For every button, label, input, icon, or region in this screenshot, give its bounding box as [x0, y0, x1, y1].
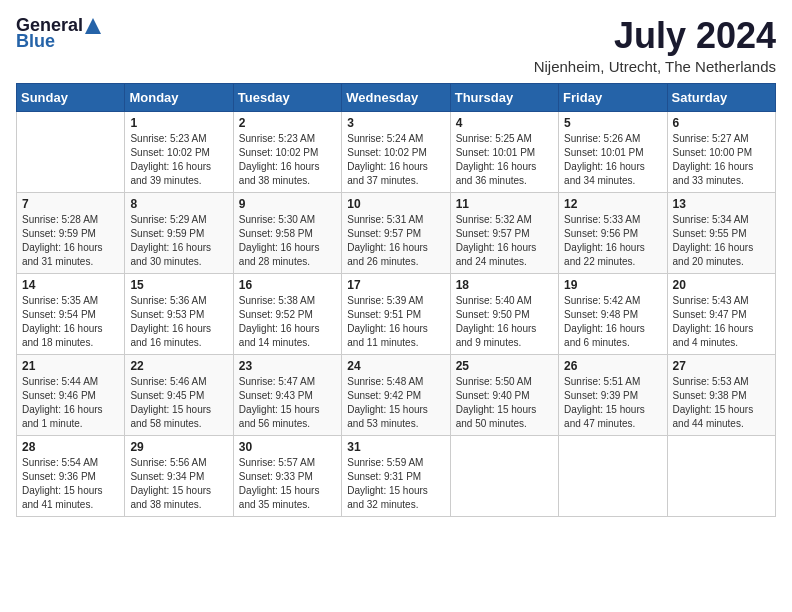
- calendar-cell: 24Sunrise: 5:48 AM Sunset: 9:42 PM Dayli…: [342, 354, 450, 435]
- calendar-cell: 11Sunrise: 5:32 AM Sunset: 9:57 PM Dayli…: [450, 192, 558, 273]
- day-info: Sunrise: 5:53 AM Sunset: 9:38 PM Dayligh…: [673, 375, 770, 431]
- day-info: Sunrise: 5:48 AM Sunset: 9:42 PM Dayligh…: [347, 375, 444, 431]
- day-info: Sunrise: 5:32 AM Sunset: 9:57 PM Dayligh…: [456, 213, 553, 269]
- calendar-week-row: 21Sunrise: 5:44 AM Sunset: 9:46 PM Dayli…: [17, 354, 776, 435]
- calendar-cell: 31Sunrise: 5:59 AM Sunset: 9:31 PM Dayli…: [342, 435, 450, 516]
- calendar-cell: 22Sunrise: 5:46 AM Sunset: 9:45 PM Dayli…: [125, 354, 233, 435]
- day-info: Sunrise: 5:43 AM Sunset: 9:47 PM Dayligh…: [673, 294, 770, 350]
- day-info: Sunrise: 5:24 AM Sunset: 10:02 PM Daylig…: [347, 132, 444, 188]
- day-number: 30: [239, 440, 336, 454]
- day-number: 18: [456, 278, 553, 292]
- calendar-day-header: Thursday: [450, 83, 558, 111]
- day-info: Sunrise: 5:40 AM Sunset: 9:50 PM Dayligh…: [456, 294, 553, 350]
- calendar-day-header: Friday: [559, 83, 667, 111]
- day-number: 5: [564, 116, 661, 130]
- calendar-cell: 1Sunrise: 5:23 AM Sunset: 10:02 PM Dayli…: [125, 111, 233, 192]
- calendar-cell: 12Sunrise: 5:33 AM Sunset: 9:56 PM Dayli…: [559, 192, 667, 273]
- day-info: Sunrise: 5:50 AM Sunset: 9:40 PM Dayligh…: [456, 375, 553, 431]
- day-info: Sunrise: 5:56 AM Sunset: 9:34 PM Dayligh…: [130, 456, 227, 512]
- day-number: 31: [347, 440, 444, 454]
- day-number: 29: [130, 440, 227, 454]
- day-number: 7: [22, 197, 119, 211]
- day-number: 1: [130, 116, 227, 130]
- calendar-cell: 14Sunrise: 5:35 AM Sunset: 9:54 PM Dayli…: [17, 273, 125, 354]
- day-info: Sunrise: 5:36 AM Sunset: 9:53 PM Dayligh…: [130, 294, 227, 350]
- day-info: Sunrise: 5:54 AM Sunset: 9:36 PM Dayligh…: [22, 456, 119, 512]
- day-number: 14: [22, 278, 119, 292]
- day-info: Sunrise: 5:34 AM Sunset: 9:55 PM Dayligh…: [673, 213, 770, 269]
- calendar-table: SundayMondayTuesdayWednesdayThursdayFrid…: [16, 83, 776, 517]
- day-info: Sunrise: 5:26 AM Sunset: 10:01 PM Daylig…: [564, 132, 661, 188]
- day-number: 25: [456, 359, 553, 373]
- calendar-cell: [559, 435, 667, 516]
- calendar-cell: 28Sunrise: 5:54 AM Sunset: 9:36 PM Dayli…: [17, 435, 125, 516]
- calendar-day-header: Sunday: [17, 83, 125, 111]
- calendar-day-header: Tuesday: [233, 83, 341, 111]
- day-info: Sunrise: 5:47 AM Sunset: 9:43 PM Dayligh…: [239, 375, 336, 431]
- day-number: 28: [22, 440, 119, 454]
- title-block: July 2024 Nijenheim, Utrecht, The Nether…: [534, 16, 776, 75]
- day-info: Sunrise: 5:59 AM Sunset: 9:31 PM Dayligh…: [347, 456, 444, 512]
- calendar-cell: 9Sunrise: 5:30 AM Sunset: 9:58 PM Daylig…: [233, 192, 341, 273]
- day-number: 8: [130, 197, 227, 211]
- day-info: Sunrise: 5:28 AM Sunset: 9:59 PM Dayligh…: [22, 213, 119, 269]
- svg-marker-0: [85, 18, 101, 34]
- day-number: 6: [673, 116, 770, 130]
- calendar-cell: 13Sunrise: 5:34 AM Sunset: 9:55 PM Dayli…: [667, 192, 775, 273]
- day-info: Sunrise: 5:46 AM Sunset: 9:45 PM Dayligh…: [130, 375, 227, 431]
- calendar-cell: 3Sunrise: 5:24 AM Sunset: 10:02 PM Dayli…: [342, 111, 450, 192]
- location-subtitle: Nijenheim, Utrecht, The Netherlands: [534, 58, 776, 75]
- calendar-cell: 19Sunrise: 5:42 AM Sunset: 9:48 PM Dayli…: [559, 273, 667, 354]
- day-info: Sunrise: 5:44 AM Sunset: 9:46 PM Dayligh…: [22, 375, 119, 431]
- calendar-cell: 23Sunrise: 5:47 AM Sunset: 9:43 PM Dayli…: [233, 354, 341, 435]
- day-number: 11: [456, 197, 553, 211]
- calendar-week-row: 7Sunrise: 5:28 AM Sunset: 9:59 PM Daylig…: [17, 192, 776, 273]
- calendar-week-row: 1Sunrise: 5:23 AM Sunset: 10:02 PM Dayli…: [17, 111, 776, 192]
- calendar-cell: [450, 435, 558, 516]
- day-info: Sunrise: 5:57 AM Sunset: 9:33 PM Dayligh…: [239, 456, 336, 512]
- calendar-day-header: Monday: [125, 83, 233, 111]
- calendar-day-header: Wednesday: [342, 83, 450, 111]
- calendar-cell: 20Sunrise: 5:43 AM Sunset: 9:47 PM Dayli…: [667, 273, 775, 354]
- day-info: Sunrise: 5:38 AM Sunset: 9:52 PM Dayligh…: [239, 294, 336, 350]
- day-number: 22: [130, 359, 227, 373]
- day-number: 26: [564, 359, 661, 373]
- day-info: Sunrise: 5:29 AM Sunset: 9:59 PM Dayligh…: [130, 213, 227, 269]
- day-info: Sunrise: 5:27 AM Sunset: 10:00 PM Daylig…: [673, 132, 770, 188]
- logo-text-blue: Blue: [16, 32, 55, 52]
- day-info: Sunrise: 5:33 AM Sunset: 9:56 PM Dayligh…: [564, 213, 661, 269]
- day-info: Sunrise: 5:42 AM Sunset: 9:48 PM Dayligh…: [564, 294, 661, 350]
- calendar-cell: 7Sunrise: 5:28 AM Sunset: 9:59 PM Daylig…: [17, 192, 125, 273]
- day-number: 23: [239, 359, 336, 373]
- day-number: 13: [673, 197, 770, 211]
- calendar-cell: 8Sunrise: 5:29 AM Sunset: 9:59 PM Daylig…: [125, 192, 233, 273]
- logo: General Blue: [16, 16, 103, 52]
- day-number: 20: [673, 278, 770, 292]
- day-number: 19: [564, 278, 661, 292]
- calendar-cell: 26Sunrise: 5:51 AM Sunset: 9:39 PM Dayli…: [559, 354, 667, 435]
- day-number: 9: [239, 197, 336, 211]
- day-info: Sunrise: 5:23 AM Sunset: 10:02 PM Daylig…: [130, 132, 227, 188]
- day-number: 15: [130, 278, 227, 292]
- calendar-cell: [17, 111, 125, 192]
- calendar-cell: 10Sunrise: 5:31 AM Sunset: 9:57 PM Dayli…: [342, 192, 450, 273]
- calendar-cell: 21Sunrise: 5:44 AM Sunset: 9:46 PM Dayli…: [17, 354, 125, 435]
- calendar-cell: 4Sunrise: 5:25 AM Sunset: 10:01 PM Dayli…: [450, 111, 558, 192]
- day-number: 16: [239, 278, 336, 292]
- day-number: 27: [673, 359, 770, 373]
- calendar-cell: 2Sunrise: 5:23 AM Sunset: 10:02 PM Dayli…: [233, 111, 341, 192]
- calendar-week-row: 14Sunrise: 5:35 AM Sunset: 9:54 PM Dayli…: [17, 273, 776, 354]
- day-number: 3: [347, 116, 444, 130]
- day-number: 4: [456, 116, 553, 130]
- day-number: 2: [239, 116, 336, 130]
- calendar-day-header: Saturday: [667, 83, 775, 111]
- calendar-cell: 27Sunrise: 5:53 AM Sunset: 9:38 PM Dayli…: [667, 354, 775, 435]
- calendar-cell: 29Sunrise: 5:56 AM Sunset: 9:34 PM Dayli…: [125, 435, 233, 516]
- day-info: Sunrise: 5:30 AM Sunset: 9:58 PM Dayligh…: [239, 213, 336, 269]
- day-number: 24: [347, 359, 444, 373]
- month-year-title: July 2024: [534, 16, 776, 56]
- logo-triangle-icon: [83, 16, 103, 36]
- calendar-cell: 16Sunrise: 5:38 AM Sunset: 9:52 PM Dayli…: [233, 273, 341, 354]
- day-number: 17: [347, 278, 444, 292]
- calendar-cell: 30Sunrise: 5:57 AM Sunset: 9:33 PM Dayli…: [233, 435, 341, 516]
